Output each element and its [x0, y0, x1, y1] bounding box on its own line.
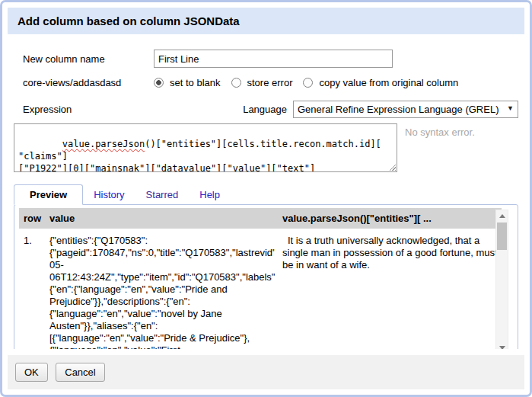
dialog-footer: OK Cancel — [8, 355, 524, 389]
cancel-button[interactable]: Cancel — [56, 363, 104, 382]
new-column-name-label: New column name — [23, 53, 154, 65]
on-error-label: core-views/addasdasd — [23, 77, 154, 88]
triangle-down-icon — [499, 346, 505, 349]
on-error-row: core-views/addasdasd set to blank store … — [23, 77, 518, 88]
add-column-dialog: Add column based on column JSONData New … — [0, 0, 532, 397]
language-select-wrap: General Refine Expression Language (GREL… — [293, 101, 518, 118]
radio-copy-value[interactable] — [303, 78, 313, 88]
expression-language-row: Expression Language General Refine Expre… — [23, 101, 518, 118]
radio-copy-value-label[interactable]: copy value from original column — [319, 77, 458, 88]
triangle-up-icon — [499, 214, 505, 218]
preview-scroll-area: row value value.parseJson()["entities"][… — [18, 208, 514, 349]
tab-starred[interactable]: Starred — [135, 185, 190, 204]
tab-bar: Preview History Starred Help — [14, 184, 518, 204]
new-column-name-input[interactable] — [154, 50, 393, 68]
result-cell: It is a truth universally acknowledged, … — [278, 229, 502, 349]
tab-history[interactable]: History — [83, 185, 135, 204]
scrollbar-thumb[interactable] — [497, 223, 507, 250]
tab-preview[interactable]: Preview — [14, 184, 83, 205]
radio-set-to-blank[interactable] — [154, 78, 164, 88]
value-cell-text: {"entities":{"Q170583": {"pageid":170847… — [49, 235, 275, 349]
vertical-scrollbar[interactable] — [495, 210, 508, 349]
tab-help[interactable]: Help — [189, 185, 231, 204]
syntax-status: No syntax error. — [405, 126, 475, 138]
new-column-name-row: New column name — [23, 50, 518, 68]
column-header-value: value — [45, 208, 278, 229]
expression-label: Expression — [23, 104, 154, 115]
preview-panel: row value value.parseJson()["entities"][… — [14, 204, 518, 349]
preview-header-row: row value value.parseJson()["entities"][… — [19, 208, 502, 229]
preview-table: row value value.parseJson()["entities"][… — [19, 208, 502, 349]
language-select[interactable]: General Refine Expression Language (GREL… — [293, 101, 518, 118]
column-header-expression: value.parseJson()["entities"][ ... — [278, 208, 502, 229]
on-error-radio-group: set to blank store error copy value from… — [154, 77, 464, 88]
value-cell: {"entities":{"Q170583": {"pageid":170847… — [45, 229, 278, 349]
radio-store-error-label[interactable]: store error — [247, 77, 293, 88]
column-header-row: row — [19, 208, 45, 229]
result-cell-text: It is a truth universally acknowledged, … — [282, 235, 499, 271]
ok-button[interactable]: OK — [15, 363, 48, 382]
expression-resize-handle[interactable] — [388, 163, 396, 171]
table-row: 1. {"entities":{"Q170583": {"pageid":170… — [19, 229, 502, 349]
scrollbar-down-arrow[interactable] — [496, 342, 508, 349]
row-number-cell: 1. — [19, 229, 45, 349]
expression-input[interactable]: value.parseJson()["entities"][cells.titl… — [14, 123, 397, 172]
radio-set-to-blank-label[interactable]: set to blank — [170, 77, 221, 88]
dialog-body: New column name core-views/addasdasd set… — [8, 34, 524, 349]
language-label: Language — [243, 104, 287, 115]
scrollbar-up-arrow[interactable] — [496, 210, 508, 222]
expression-area-row: value.parseJson()["entities"][cells.titl… — [14, 123, 518, 172]
radio-store-error[interactable] — [231, 78, 241, 88]
dialog-title: Add column based on column JSONData — [8, 8, 524, 34]
